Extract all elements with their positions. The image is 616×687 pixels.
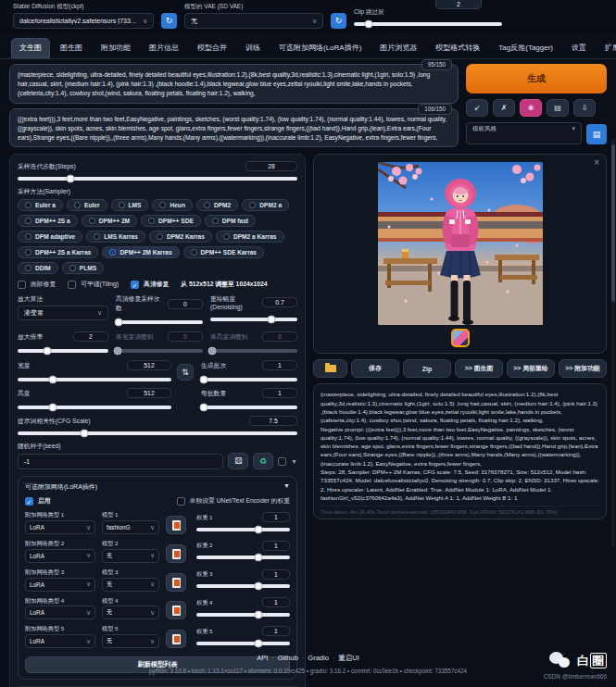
sampler-option[interactable]: Euler xyxy=(67,199,107,211)
lora-model-info-button[interactable] xyxy=(166,544,186,563)
main-tab[interactable]: 模型格式转换 xyxy=(427,38,488,58)
sampler-option[interactable]: Heun xyxy=(152,199,192,211)
footer-link[interactable]: Gradio xyxy=(302,654,329,663)
lora-model-info-button[interactable] xyxy=(166,601,186,619)
batch-size-value[interactable]: 1 xyxy=(262,388,297,398)
main-tab[interactable]: 模型合并 xyxy=(189,38,235,58)
lora-model-select[interactable]: 无 ∨ xyxy=(102,634,159,648)
generated-image[interactable] xyxy=(378,162,543,325)
height-value[interactable]: 512 xyxy=(127,388,171,398)
sampler-option[interactable]: LMS xyxy=(111,199,149,211)
checkpoint-select[interactable]: dalceforealistictallyv2.safetensors [733… xyxy=(13,13,154,29)
footer-link[interactable]: API xyxy=(257,654,268,663)
lora-panel-header[interactable]: 可选附加网络(LoRA插件) ▼ xyxy=(25,482,290,492)
lora-model-info-button[interactable] xyxy=(166,630,186,648)
sampler-option[interactable]: Euler a xyxy=(18,199,63,211)
sampler-option[interactable]: DPM2 Karras xyxy=(149,231,212,243)
refresh-checkpoint-button[interactable]: ↻ xyxy=(161,13,177,29)
seed-input[interactable]: -1 xyxy=(18,454,223,469)
resize-width-value[interactable]: 0 xyxy=(168,331,203,342)
generate-button[interactable]: 生成 xyxy=(466,64,607,94)
main-tab[interactable]: Tag反推(Tagger) xyxy=(490,38,561,58)
batch-count-slider[interactable] xyxy=(201,374,297,384)
denoising-slider[interactable] xyxy=(210,314,297,324)
sampler-option[interactable]: DPM fast xyxy=(205,215,256,227)
cfg-slider[interactable] xyxy=(18,428,297,438)
lora-weight-value[interactable]: 1 xyxy=(262,626,290,636)
seed-extra-collapse-icon[interactable]: ▼ xyxy=(291,458,297,465)
sampler-option[interactable]: DPM++ SDE Karras xyxy=(183,246,264,258)
swap-dimensions-button[interactable]: ⇅ xyxy=(177,364,194,381)
lora-weight-value[interactable]: 1 xyxy=(262,541,290,551)
batch-size-slider[interactable] xyxy=(201,402,297,412)
sampler-option[interactable]: DPM adaptive xyxy=(18,231,82,243)
sampler-option[interactable]: LMS Karras xyxy=(86,231,145,243)
lora-weight-slider[interactable] xyxy=(196,638,290,648)
lora-model-info-button[interactable] xyxy=(166,573,186,592)
refresh-vae-button[interactable]: ↻ xyxy=(331,13,346,29)
resize-width-slider[interactable] xyxy=(116,345,203,356)
cfg-value[interactable]: 7.5 xyxy=(249,416,297,426)
prompt-tool-button[interactable]: ↙ xyxy=(466,99,488,117)
sampler-option[interactable]: DPM2 xyxy=(196,199,238,211)
lora-model-select[interactable]: 无 ∨ xyxy=(102,549,159,563)
page-scrollbar[interactable] xyxy=(611,139,615,546)
resize-height-slider[interactable] xyxy=(210,345,297,356)
main-tab[interactable]: 可选附加网络(LoRA插件) xyxy=(270,38,370,58)
main-tab[interactable]: 图片浏览器 xyxy=(371,38,425,58)
output-action-button[interactable]: >> 附加功能 xyxy=(559,359,607,378)
vae-select[interactable]: 无 ∨ xyxy=(184,13,323,29)
lora-type-select[interactable]: LoRA ∨ xyxy=(25,634,95,648)
prompt-tool-button[interactable]: ❀ xyxy=(520,99,542,117)
random-seed-button[interactable]: ⚄ xyxy=(228,453,248,469)
lora-model-select[interactable]: fashionG ∨ xyxy=(102,520,159,534)
lora-model-select[interactable]: 无 ∨ xyxy=(102,606,159,619)
footer-link[interactable]: 重启UI xyxy=(333,654,359,663)
prompt-tool-button[interactable]: ▤ xyxy=(547,99,569,117)
width-value[interactable]: 512 xyxy=(127,360,171,370)
sampler-option[interactable]: DPM++ SDE xyxy=(141,215,201,227)
scrollbar-thumb[interactable] xyxy=(611,144,615,302)
prompt-tool-button[interactable]: ✗ xyxy=(493,99,515,117)
main-tab[interactable]: 训练 xyxy=(237,38,269,58)
output-action-button[interactable]: 保存 xyxy=(351,359,399,378)
lora-enable-checkbox[interactable]: ✓ xyxy=(25,497,33,506)
main-tab[interactable]: 图生图 xyxy=(52,38,91,58)
hires-steps-value[interactable]: 0 xyxy=(168,299,203,309)
sampler-option[interactable]: DPM++ 2S a xyxy=(18,215,78,227)
lora-model-info-button[interactable] xyxy=(166,516,186,534)
clip-skip-slider[interactable] xyxy=(354,19,502,29)
lora-type-select[interactable]: LoRA ∨ xyxy=(25,578,95,592)
main-tab[interactable]: 设置 xyxy=(563,38,595,58)
output-action-button[interactable]: >> 图生图 xyxy=(455,359,503,378)
sampler-option[interactable]: DPM++ 2M xyxy=(82,215,137,227)
lora-weight-slider[interactable] xyxy=(196,609,290,619)
open-folder-button[interactable] xyxy=(313,359,347,378)
extra-seed-checkbox[interactable] xyxy=(278,457,286,466)
hires-steps-slider[interactable] xyxy=(116,317,203,327)
output-action-button[interactable]: Zip xyxy=(403,359,451,378)
prompt-input[interactable]: 95/150 (masterpiece, sidelighting, ultra… xyxy=(9,64,459,104)
lora-type-select[interactable]: LoRA ∨ xyxy=(25,606,95,619)
upscale-by-slider[interactable] xyxy=(18,345,108,356)
gallery-thumbnail[interactable] xyxy=(451,329,470,347)
height-slider[interactable] xyxy=(18,402,171,412)
lora-weight-value[interactable]: 1 xyxy=(262,512,290,522)
output-action-button[interactable]: >> 局部重绘 xyxy=(507,359,555,378)
lora-weight-value[interactable]: 1 xyxy=(262,597,290,607)
sampler-option[interactable]: DPM2 a xyxy=(242,199,289,211)
reuse-seed-button[interactable]: ♻ xyxy=(253,453,273,469)
upscaler-select[interactable]: 潜变量 ∨ xyxy=(18,306,108,320)
lora-separate-weights-checkbox[interactable] xyxy=(177,497,185,506)
lora-type-select[interactable]: LoRA ∨ xyxy=(25,520,95,534)
sampler-option[interactable]: DPM++ 2M Karras xyxy=(102,246,179,258)
negative-prompt-input[interactable]: 106/150 (((extra feet))),3 feet,more tha… xyxy=(9,108,459,148)
tiling-checkbox[interactable] xyxy=(68,281,76,289)
upscale-by-value[interactable]: 2 xyxy=(73,331,108,342)
main-tab[interactable]: 文生图 xyxy=(11,38,50,58)
close-icon[interactable]: × xyxy=(594,157,599,168)
styles-select[interactable]: 模板风格 ▾ xyxy=(466,122,582,144)
prompt-tool-button[interactable]: ⇩ xyxy=(573,99,596,117)
lora-weight-slider[interactable] xyxy=(196,524,290,534)
batch-count-value[interactable]: 1 xyxy=(262,360,297,370)
